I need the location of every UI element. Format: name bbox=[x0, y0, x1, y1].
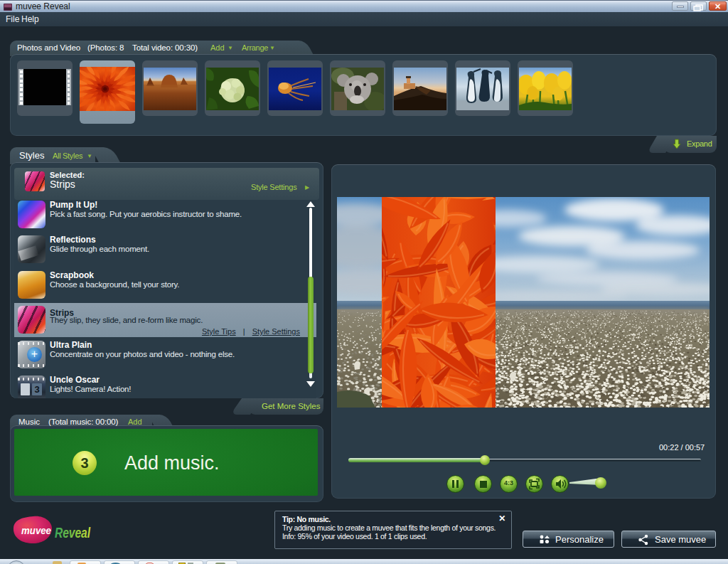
svg-text:Reveal: Reveal bbox=[55, 524, 91, 541]
svg-text:muvee: muvee bbox=[21, 524, 51, 536]
